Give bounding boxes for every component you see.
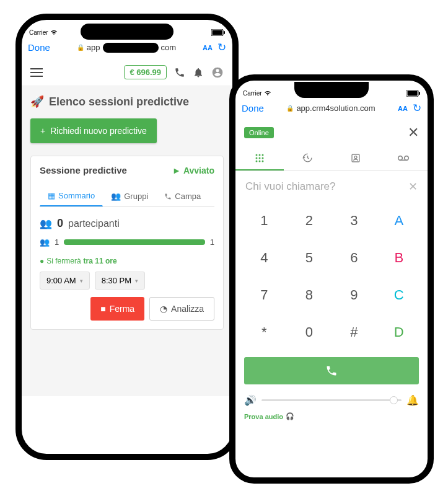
- session-card: Sessione predictive ► Avviato ▦ Sommario…: [30, 156, 224, 330]
- play-icon: ►: [172, 166, 181, 175]
- stop-square-icon: ■: [100, 304, 105, 314]
- key-3[interactable]: 3: [332, 202, 377, 239]
- analyze-button[interactable]: ◔ Analizza: [149, 297, 214, 321]
- tab-gruppi[interactable]: 👥 Gruppi: [103, 185, 156, 206]
- key-4[interactable]: 4: [242, 239, 287, 277]
- participants-row: 👥 0 partecipanti: [40, 217, 214, 230]
- chart-icon: ◔: [160, 304, 167, 314]
- svg-point-13: [258, 160, 260, 162]
- done-button[interactable]: Done: [28, 42, 50, 53]
- svg-point-11: [261, 157, 263, 159]
- svg-rect-4: [407, 91, 417, 96]
- call-button[interactable]: [244, 357, 419, 384]
- svg-point-10: [258, 157, 260, 159]
- carrier-label: Carrier: [29, 29, 48, 36]
- online-badge: Online: [244, 127, 274, 138]
- bell-mute-icon[interactable]: 🔔: [406, 394, 419, 406]
- headset-icon: 🎧: [286, 412, 294, 420]
- new-predictive-button[interactable]: + Richiedi nuovo predictive: [30, 118, 157, 143]
- svg-point-17: [398, 156, 403, 160]
- plus-icon: +: [40, 126, 45, 136]
- tab-recents[interactable]: [284, 146, 332, 170]
- svg-rect-1: [213, 30, 222, 35]
- bell-icon[interactable]: [193, 66, 204, 79]
- key-7[interactable]: 7: [242, 277, 287, 314]
- key-0[interactable]: 0: [287, 314, 332, 351]
- audio-test-link[interactable]: Prova audio 🎧: [235, 410, 428, 423]
- user-icon[interactable]: [211, 66, 224, 79]
- close-icon[interactable]: ✕: [408, 125, 419, 141]
- card-title: Sessione predictive: [40, 165, 127, 175]
- progress-bar: [64, 239, 205, 245]
- clear-icon[interactable]: ✕: [408, 180, 418, 193]
- refresh-icon[interactable]: ↻: [217, 41, 226, 54]
- lock-icon: 🔒: [77, 44, 84, 51]
- key-8[interactable]: 8: [287, 277, 332, 314]
- contact-icon: [351, 153, 361, 163]
- tab-sommario[interactable]: ▦ Sommario: [40, 185, 103, 206]
- people-icon: 👥: [40, 218, 52, 229]
- tab-voicemail[interactable]: [380, 146, 428, 170]
- key-2[interactable]: 2: [287, 202, 332, 239]
- key-a[interactable]: A: [377, 202, 422, 239]
- stop-button[interactable]: ■ Ferma: [90, 297, 144, 321]
- url-redacted: [103, 43, 159, 53]
- url-text: app.crm4solution.com: [296, 104, 375, 113]
- handset-icon: [325, 365, 338, 377]
- svg-point-6: [255, 154, 257, 156]
- key-6[interactable]: 6: [332, 239, 377, 277]
- key-star[interactable]: *: [242, 314, 287, 351]
- wifi-icon: [264, 90, 271, 97]
- url-display[interactable]: 🔒 app com: [55, 43, 198, 53]
- volume-slider[interactable]: [261, 399, 402, 401]
- svg-point-18: [405, 156, 409, 160]
- clock-icon: ●: [40, 257, 44, 265]
- key-b[interactable]: B: [377, 239, 422, 277]
- battery-icon: [406, 89, 420, 97]
- start-time-select[interactable]: 9:00 AM: [40, 272, 90, 290]
- battery-icon: [211, 29, 225, 37]
- tab-keypad[interactable]: [235, 146, 284, 170]
- page-title: 🚀 Elenco sessioni predictive: [30, 95, 224, 108]
- url-display[interactable]: 🔒 app.crm4solution.com: [269, 104, 393, 113]
- svg-point-9: [255, 157, 257, 159]
- progress-max: 1: [210, 237, 214, 247]
- status-indicator: ► Avviato: [172, 166, 214, 175]
- key-9[interactable]: 9: [332, 277, 377, 314]
- time-range-row: 9:00 AM 8:30 PM: [40, 272, 214, 290]
- action-row: ■ Ferma ◔ Analizza: [40, 297, 214, 321]
- balance-badge[interactable]: € 696.99: [124, 65, 167, 79]
- svg-point-14: [261, 160, 263, 162]
- slider-thumb[interactable]: [390, 396, 398, 404]
- volume-row: 🔊 🔔: [235, 391, 428, 410]
- key-hash[interactable]: #: [332, 314, 377, 351]
- app-header: € 696.99: [22, 59, 232, 86]
- phone-icon[interactable]: [174, 66, 185, 79]
- progress-min: 1: [55, 237, 59, 247]
- end-time-select[interactable]: 8:30 PM: [95, 272, 145, 290]
- carrier-label: Carrier: [243, 90, 262, 97]
- key-5[interactable]: 5: [287, 239, 332, 277]
- text-size-button[interactable]: AA: [398, 105, 408, 112]
- svg-rect-2: [224, 31, 225, 34]
- notch: [294, 82, 369, 98]
- tab-contacts[interactable]: [332, 146, 380, 170]
- dialer-header: Online ✕: [235, 120, 428, 146]
- hamburger-menu-icon[interactable]: [30, 68, 43, 77]
- refresh-icon[interactable]: ↻: [413, 102, 421, 115]
- campaign-phone-icon: [164, 192, 172, 201]
- card-tabs: ▦ Sommario 👥 Gruppi Campa: [40, 185, 214, 207]
- dial-placeholder[interactable]: Chi vuoi chiamare?: [245, 180, 336, 193]
- tab-campa[interactable]: Campa: [156, 185, 209, 206]
- participants-count: 0: [57, 217, 63, 230]
- done-button[interactable]: Done: [242, 103, 264, 113]
- stop-message: ● Si fermerà tra 11 ore: [40, 257, 214, 265]
- voicemail-icon: [397, 154, 410, 162]
- key-d[interactable]: D: [377, 314, 422, 351]
- safari-toolbar: Done 🔒 app com AA ↻: [22, 41, 232, 59]
- grid-icon: ▦: [48, 191, 55, 200]
- groups-icon: 👥: [111, 192, 121, 201]
- key-1[interactable]: 1: [242, 202, 287, 239]
- text-size-button[interactable]: AA: [203, 44, 213, 51]
- key-c[interactable]: C: [377, 277, 422, 314]
